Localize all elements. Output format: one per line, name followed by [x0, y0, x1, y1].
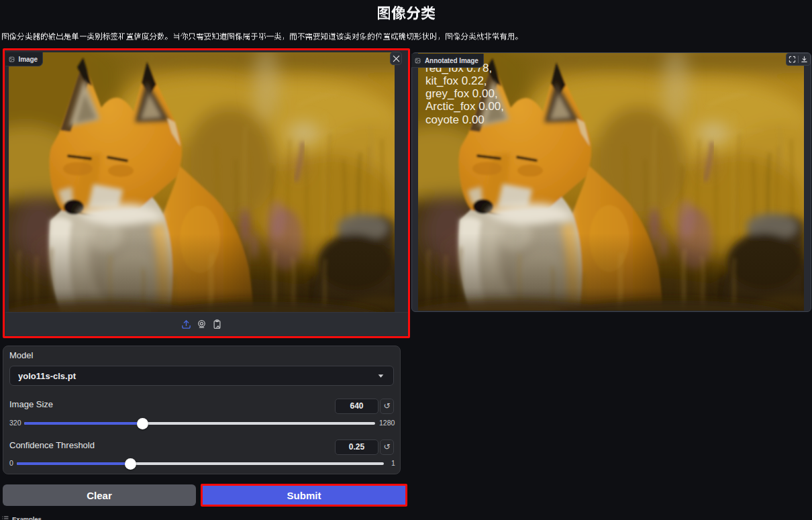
svg-text:grey_fox 0.00,: grey_fox 0.00,	[425, 87, 498, 100]
svg-text:kit_fox 0.22,: kit_fox 0.22,	[425, 74, 487, 87]
svg-text:coyote 0.00: coyote 0.00	[425, 113, 485, 126]
svg-text:Arctic_fox 0.00,: Arctic_fox 0.00,	[425, 100, 504, 113]
